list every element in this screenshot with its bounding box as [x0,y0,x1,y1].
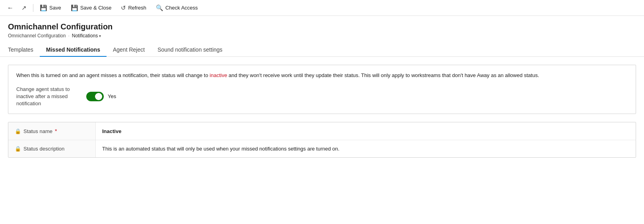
main-content: When this is turned on and an agent miss… [0,57,644,166]
save-icon: 💾 [40,4,47,12]
status-name-label: 🔒 Status name * [8,122,96,140]
back-icon: ← [7,4,14,12]
toggle-track [86,92,104,101]
info-text-before: When this is turned on and an agent miss… [16,72,209,78]
refresh-label: Refresh [128,5,146,11]
tab-templates[interactable]: Templates [8,43,40,57]
tabs-bar: Templates Missed Notifications Agent Rej… [0,43,644,57]
status-description-label-text: Status description [23,146,64,152]
check-access-label: Check Access [165,5,198,11]
check-access-button[interactable]: 🔍 Check Access [152,3,202,13]
breadcrumb-parent[interactable]: Omnichannel Configuration [8,33,66,39]
breadcrumb: Omnichannel Configuration · Notification… [8,33,636,39]
back-button[interactable]: ← [5,2,16,14]
info-text: When this is turned on and an agent miss… [16,71,628,79]
lock-icon: 🔒 [15,128,21,134]
toolbar: ← ↗ 💾 Save 💾 Save & Close ↺ Refresh 🔍 Ch… [0,0,644,16]
status-name-value: Inactive [96,122,636,140]
status-description-label: 🔒 Status description [8,140,96,157]
status-name-label-text: Status name [23,128,52,134]
fields-table: 🔒 Status name * Inactive 🔒 Status descri… [8,122,636,158]
toggle-switch[interactable] [86,92,104,101]
breadcrumb-current: Notifications ▾ [72,33,101,39]
save-close-icon: 💾 [71,4,78,12]
save-button[interactable]: 💾 Save [36,3,65,13]
tab-agent-reject[interactable]: Agent Reject [107,43,151,57]
share-icon: ↗ [21,4,27,12]
save-label: Save [49,5,61,11]
tab-missed-notifications[interactable]: Missed Notifications [40,43,107,57]
info-box: When this is turned on and an agent miss… [8,65,636,114]
share-button[interactable]: ↗ [17,3,31,13]
lock-icon: 🔒 [15,146,21,152]
info-text-after: and they won't receive work until they u… [227,72,539,78]
status-description-value: This is an automated status that will on… [96,140,636,157]
tab-sound-notification-settings[interactable]: Sound notification settings [151,43,229,57]
breadcrumb-current-label: Notifications [72,33,98,39]
refresh-button[interactable]: ↺ Refresh [117,3,150,13]
breadcrumb-separator: · [68,33,69,39]
toggle-row: Change agent status to inactive after a … [16,86,628,108]
refresh-icon: ↺ [121,4,126,12]
breadcrumb-chevron-icon[interactable]: ▾ [99,34,101,38]
page-title: Omnichannel Configuration [8,22,636,31]
toolbar-divider [33,4,33,12]
check-access-icon: 🔍 [156,4,163,12]
save-close-button[interactable]: 💾 Save & Close [67,3,116,13]
toggle-control: Yes [86,92,116,101]
info-highlight: inactive [209,72,227,78]
save-close-label: Save & Close [80,5,112,11]
toggle-thumb [95,93,102,100]
toggle-label: Change agent status to inactive after a … [16,86,80,108]
required-indicator: * [55,128,57,134]
toggle-yes-label: Yes [108,93,116,99]
page-header: Omnichannel Configuration Omnichannel Co… [0,16,644,39]
table-row: 🔒 Status name * Inactive [8,122,636,140]
table-row: 🔒 Status description This is an automate… [8,140,636,157]
